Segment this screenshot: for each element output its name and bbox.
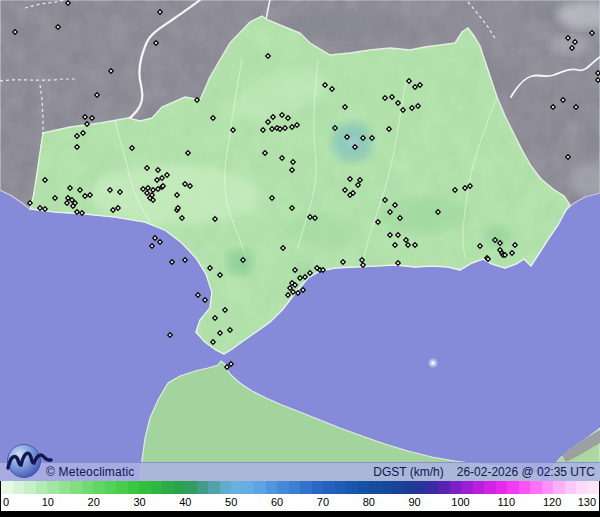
gradient-block [450, 481, 462, 494]
gradient-block [576, 481, 588, 494]
gradient-block [369, 481, 381, 494]
product-info: DGST (km/h) 26-02-2026 @ 02:35 UTC [373, 465, 595, 479]
gradient-block [496, 481, 508, 494]
gradient-block [300, 481, 312, 494]
gradient-block [519, 481, 531, 494]
gradient-block [208, 481, 220, 494]
gradient-block [231, 481, 243, 494]
gradient-block [47, 481, 59, 494]
scale-tick-label: 30 [133, 496, 145, 508]
weather-map-screen: © Meteoclimatic DGST (km/h) 26-02-2026 @… [0, 0, 600, 517]
gradient-block [289, 481, 301, 494]
info-bar: © Meteoclimatic DGST (km/h) 26-02-2026 @… [0, 462, 600, 481]
gradient-block [36, 481, 48, 494]
gradient-block [507, 481, 519, 494]
gust-maximum-blob [227, 249, 253, 275]
gradient-block [473, 481, 485, 494]
product-label: DGST (km/h) [373, 465, 443, 479]
gradient-block [588, 481, 600, 494]
gradient-block [404, 481, 416, 494]
gradient-block [82, 481, 94, 494]
scale-tick-label: 50 [225, 496, 237, 508]
gust-maximum-blob [486, 226, 508, 248]
scale-tick-label: 120 [543, 496, 561, 508]
map-image [0, 0, 600, 482]
gradient-block [70, 481, 82, 494]
gradient-block [530, 481, 542, 494]
gradient-block [323, 481, 335, 494]
gradient-block [565, 481, 577, 494]
gradient-block [24, 481, 36, 494]
gradient-block [277, 481, 289, 494]
gradient-block [105, 481, 117, 494]
scale-tick-label: 130 [578, 496, 596, 508]
gradient-block [438, 481, 450, 494]
scale-tick-label: 70 [317, 496, 329, 508]
scale-tick-labels: 0102030405060708090100110120130 [1, 494, 599, 511]
gradient-block [128, 481, 140, 494]
scale-tick-label: 110 [498, 496, 516, 508]
gradient-block [185, 481, 197, 494]
scale-bottom-border [0, 511, 600, 517]
gradient-block [427, 481, 439, 494]
scale-tick-label: 10 [42, 496, 54, 508]
gradient-block [392, 481, 404, 494]
gradient-block [243, 481, 255, 494]
gradient-block [59, 481, 71, 494]
gradient-block [312, 481, 324, 494]
meteoclimatic-logo-icon [4, 442, 56, 480]
gradient-block [335, 481, 347, 494]
gradient-block [13, 481, 25, 494]
gradient-block [542, 481, 554, 494]
gradient-block [220, 481, 232, 494]
gradient-block [254, 481, 266, 494]
gradient-block [174, 481, 186, 494]
scale-tick-label: 90 [408, 496, 420, 508]
scale-tick-label: 80 [363, 496, 375, 508]
gradient-block [162, 481, 174, 494]
scale-tick-label: 40 [179, 496, 191, 508]
gradient-block [1, 481, 13, 494]
gradient-block [93, 481, 105, 494]
wind-gust-color-scale: 0102030405060708090100110120130 [0, 481, 600, 517]
gradient-block [151, 481, 163, 494]
gradient-block [346, 481, 358, 494]
gradient-block [381, 481, 393, 494]
copyright-label: © Meteoclimatic [46, 465, 135, 479]
gradient-block [116, 481, 128, 494]
scale-tick-label: 60 [271, 496, 283, 508]
scale-tick-label: 20 [88, 496, 100, 508]
gradient-block [415, 481, 427, 494]
alboran-islet [429, 359, 438, 368]
scale-tick-label: 0 [3, 496, 9, 508]
gradient-block [461, 481, 473, 494]
gradient-block [553, 481, 565, 494]
scale-tick-label: 100 [451, 496, 469, 508]
color-gradient-strip [1, 481, 599, 494]
gradient-block [484, 481, 496, 494]
gradient-block [266, 481, 278, 494]
gradient-block [358, 481, 370, 494]
gradient-block [197, 481, 209, 494]
gradient-block [139, 481, 151, 494]
timestamp-label: 26-02-2026 @ 02:35 UTC [457, 465, 595, 479]
